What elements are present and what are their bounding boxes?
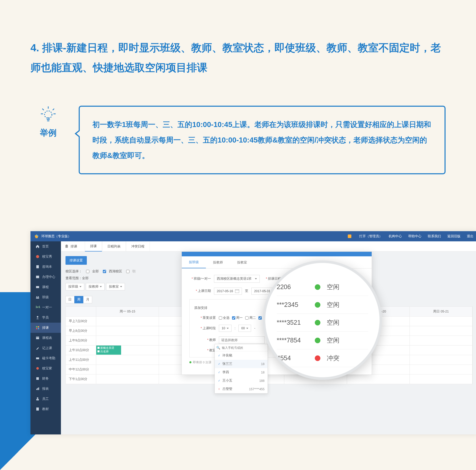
- hero-title: 4. 排课-新建日程，即时显示班级、教师、教室状态，即使班级、教师、教室不固定时…: [30, 38, 446, 78]
- modal-tab-class[interactable]: 按班级: [182, 256, 206, 268]
- time-label: 下午1点00分: [66, 374, 96, 384]
- magnifier-overlay: 2206空闲 ***2345空闲 ****3521空闲 ****7854空闲 4…: [263, 260, 382, 380]
- crumb-tab-list[interactable]: 日程列表: [102, 241, 126, 252]
- chk-mon[interactable]: 周一: [232, 316, 243, 320]
- time-min-select[interactable]: 00: [238, 325, 251, 332]
- svg-point-28: [37, 397, 38, 399]
- topbar-link-org[interactable]: 机构中心: [389, 234, 402, 239]
- sidebar-item-report[interactable]: 报表: [30, 384, 61, 394]
- time-label: 上午10点00分: [66, 345, 96, 355]
- process-icon: [36, 275, 40, 279]
- modal-tab-teacher[interactable]: 按教师: [206, 256, 230, 268]
- view-month[interactable]: 月: [83, 296, 92, 303]
- svg-rect-20: [36, 337, 39, 339]
- checkbox-all-campus[interactable]: [86, 270, 89, 273]
- svg-rect-29: [36, 399, 39, 400]
- sidebar-item-finance[interactable]: 财务: [30, 373, 61, 384]
- sidebar-item-schedule[interactable]: 排课: [30, 323, 61, 333]
- teacher-option[interactable]: ♂张三三18: [215, 360, 268, 368]
- dropdown-search-input[interactable]: [222, 346, 266, 350]
- dropdown-search: 🔍: [215, 344, 268, 351]
- status-row: 4554冲突: [277, 349, 368, 367]
- view-week[interactable]: 周: [74, 296, 83, 303]
- selector-by-room[interactable]: 按教室: [106, 283, 125, 290]
- sidebar-item-card[interactable]: 磁卡考勤: [30, 353, 61, 363]
- teacher-option[interactable]: ♀吕莹莹157****455: [215, 385, 268, 393]
- checkbox-other[interactable]: [126, 270, 129, 273]
- sidebar-item-xiaobaojia[interactable]: 校宝家: [30, 363, 61, 373]
- svg-rect-17: [38, 326, 39, 327]
- svg-rect-11: [36, 286, 39, 288]
- class-label: *班级/一对一: [189, 277, 211, 281]
- teacher-option[interactable]: ♂李四18: [215, 368, 268, 377]
- svg-rect-30: [36, 408, 39, 411]
- time-label: 上午11点00分: [66, 355, 96, 365]
- chevron-down-icon: [79, 286, 81, 287]
- crumb-tab-schedule[interactable]: 排课: [85, 241, 102, 252]
- timetable-icon: [36, 336, 40, 340]
- family-icon: [36, 366, 40, 370]
- home-icon: [36, 244, 40, 248]
- sidebar-item-class[interactable]: 班级: [30, 292, 61, 302]
- sidebar-item-course[interactable]: 课程: [30, 282, 61, 292]
- oneonone-icon: 1v1: [36, 305, 40, 309]
- example-bubble: 初一数学1班每周一、三、五的10:00-10:45上课。老师在为该班级排课时，只…: [79, 106, 446, 175]
- crumb-tab-conflict[interactable]: 冲突日程: [126, 241, 150, 252]
- svg-point-5: [44, 111, 52, 118]
- app-screenshot: 环球雅思（专业版） 打开（管理员） 机构中心 帮助中心 联系我们 返回旧版 退出…: [30, 231, 476, 434]
- sidebar-item-textbook[interactable]: 教材: [30, 404, 61, 414]
- view-day[interactable]: 日: [65, 296, 74, 303]
- sidebar-item-process[interactable]: 办理中心: [30, 272, 61, 282]
- sidebar-item-timetable[interactable]: 课程表: [30, 333, 61, 343]
- settings-button[interactable]: 排课设置: [65, 256, 87, 265]
- chevron-down-icon: [227, 328, 229, 329]
- chk-tue[interactable]: 周二: [245, 316, 256, 320]
- svg-point-13: [38, 296, 39, 297]
- chk-all[interactable]: 全选: [219, 316, 229, 320]
- sidebar-item-consult[interactable]: 咨询本: [30, 262, 61, 272]
- class-select[interactable]: 西湖校区新概念英语1班: [214, 275, 260, 283]
- checkbox-xihu[interactable]: [103, 270, 106, 273]
- selector-by-class[interactable]: 按班级: [65, 283, 84, 290]
- svg-point-8: [36, 255, 39, 258]
- event-card[interactable]: 新概念英语吕老师: [96, 346, 121, 355]
- product-name: 环球雅思（专业版）: [41, 234, 71, 239]
- sidebar-item-attend[interactable]: 记上课: [30, 343, 61, 353]
- svg-rect-25: [36, 389, 37, 390]
- svg-point-15: [37, 316, 38, 318]
- teacher-select[interactable]: [219, 336, 265, 344]
- sidebar-item-1v1[interactable]: 1v1一对一: [30, 302, 61, 312]
- chevron-down-icon: [120, 286, 122, 287]
- svg-line-2: [53, 108, 54, 110]
- topbar-link-exit[interactable]: 退出: [467, 234, 473, 239]
- sidebar-item-staff[interactable]: 员工: [30, 394, 61, 404]
- svg-rect-32: [66, 245, 67, 245]
- time-label: 早上8点00分: [66, 326, 96, 336]
- date-from-input[interactable]: 2017-05-16: [214, 288, 242, 295]
- time-label: 早上7点00分: [66, 316, 96, 326]
- time-hour-select[interactable]: 10: [219, 325, 232, 332]
- modal-tab-room[interactable]: 按教室: [230, 256, 254, 268]
- female-icon: ♀: [218, 387, 220, 391]
- day-header: 周日 05-21: [410, 307, 472, 316]
- sidebar-item-student[interactable]: 学员: [30, 312, 61, 323]
- teacher-option[interactable]: ♂王小五188: [215, 377, 268, 385]
- selector-by-teacher[interactable]: 按教师: [86, 283, 105, 290]
- svg-rect-16: [36, 326, 37, 327]
- lightbulb-icon: [39, 106, 57, 123]
- topbar-link-oldver[interactable]: 返回旧版: [447, 234, 461, 239]
- svg-rect-18: [36, 328, 37, 329]
- schedule-icon: [36, 326, 40, 330]
- topbar-link-help[interactable]: 帮助中心: [408, 234, 421, 239]
- calendar-icon: [235, 289, 239, 293]
- sidebar-item-xiaobaoxiu[interactable]: 校宝秀: [30, 252, 61, 262]
- chevron-down-icon: [100, 286, 102, 287]
- topbar-link-contact[interactable]: 联系我们: [428, 234, 441, 239]
- course-icon: [36, 285, 40, 289]
- topbar-user[interactable]: 打开（管理员）: [359, 234, 382, 239]
- app-logo-icon: [34, 234, 39, 239]
- teacher-option[interactable]: ♂许良晓: [215, 351, 268, 360]
- time-label: 上午9点00分: [66, 336, 96, 345]
- sidebar-item-home[interactable]: 首页: [30, 241, 61, 252]
- status-row: ****7854空闲: [277, 332, 368, 349]
